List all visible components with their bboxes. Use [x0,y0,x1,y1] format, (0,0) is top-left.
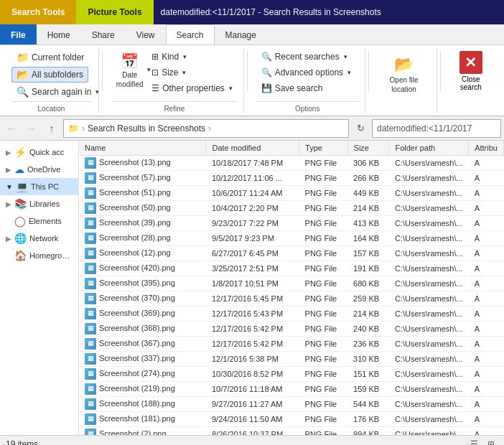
tab-file[interactable]: File [0,24,37,44]
tab-manage[interactable]: Manage [215,24,267,44]
file-name-cell: 🖼Screenshot (28).png [79,231,206,246]
search-again-icon: 🔍 [17,86,29,98]
search-again-button[interactable]: 🔍 Search again in ▾ [11,84,104,100]
file-date-cell: 12/17/2016 5:45 PM [206,291,299,306]
divider3 [368,51,369,91]
table-row[interactable]: 🖼Screenshot (57).png 10/12/2017 11:06 ..… [79,171,504,186]
table-row[interactable]: 🖼Screenshot (420).png 3/25/2017 2:51 PM … [79,261,504,276]
file-size-cell: 994 KB [347,427,389,436]
table-row[interactable]: 🖼Screenshot (367).png 12/17/2016 5:42 PM… [79,337,504,352]
search-box[interactable]: datemodified:<11/1/2017 [372,119,501,138]
recent-searches-button[interactable]: 🔍 Recent searches ▾ [256,50,353,64]
file-type-cell: PNG File [299,291,347,306]
file-size-cell: 236 KB [347,337,389,352]
onedrive-icon: ☁ [14,164,24,175]
breadcrumb[interactable]: 📁 › Search Results in Screenshots › [63,119,349,138]
close-search-x-icon: ✕ [459,51,482,74]
open-file-location-button[interactable]: 📂 Open file location [377,51,430,98]
save-search-button[interactable]: 💾 Save search [256,81,328,95]
table-row[interactable]: 🖼Screenshot (13).png 10/18/2017 7:48 PM … [79,156,504,171]
table-row[interactable]: 🖼Screenshot (51).png 10/6/2017 11:24 AM … [79,186,504,201]
sidebar-item-network[interactable]: ▶ 🌐 Network [0,230,78,247]
table-row[interactable]: 🖼Screenshot (188).png 9/27/2016 11:27 AM… [79,397,504,412]
size-button[interactable]: ⊡ Size ▾ [146,65,238,80]
file-attr-cell: A [469,306,504,322]
column-headers: Name Date modified Type Size Folder path… [79,141,504,156]
table-row[interactable]: 🖼Screenshot (50).png 10/4/2017 2:20 PM P… [79,201,504,216]
file-path-cell: C:\Users\ramesh\... [389,382,469,397]
refresh-button[interactable]: ↻ [352,120,369,137]
file-type-cell: PNG File [299,337,347,352]
file-date-cell: 8/26/2016 10:37 PM [206,427,299,436]
kind-button[interactable]: ⊞ Kind ▾ [146,50,238,64]
col-header-size[interactable]: Size [347,141,389,156]
sidebar-item-elements[interactable]: ▶ ◯ Elements [0,212,78,230]
sidebar-item-onedrive[interactable]: ▶ ☁ OneDrive [0,161,78,178]
file-attr-cell: A [469,186,504,201]
col-header-attr[interactable]: Attribu [469,141,504,156]
file-attr-cell: A [469,231,504,246]
tab-search[interactable]: Search [166,24,215,44]
file-icon: 🖼 [85,233,96,244]
table-row[interactable]: 🖼Screenshot (39).png 9/23/2017 7:22 PM P… [79,216,504,231]
file-size-cell: 240 KB [347,322,389,337]
table-row[interactable]: 🖼Screenshot (181).png 9/24/2016 11:50 AM… [79,412,504,427]
file-path-cell: C:\Users\ramesh\... [389,201,469,216]
current-folder-button[interactable]: 📁 Current folder [11,50,89,65]
sidebar-item-libraries[interactable]: ▶ 📚 Libraries [0,195,78,212]
table-row[interactable]: 🖼Screenshot (274).png 10/30/2016 8:52 PM… [79,367,504,382]
col-header-date[interactable]: Date modified [206,141,299,156]
file-path-cell: C:\Users\ramesh\... [389,322,469,337]
file-date-cell: 12/1/2016 5:38 PM [206,352,299,367]
close-search-button[interactable]: ✕ Close search [449,48,493,94]
advanced-options-button[interactable]: 🔍 Advanced options ▾ [256,65,356,80]
table-row[interactable]: 🖼Screenshot (337).png 12/1/2016 5:38 PM … [79,352,504,367]
file-size-cell: 310 KB [347,352,389,367]
network-icon: 🌐 [14,233,27,244]
file-date-cell: 3/25/2017 2:51 PM [206,261,299,276]
file-name-cell: 🖼Screenshot (274).png [79,367,206,382]
col-header-path[interactable]: Folder path [389,141,469,156]
ribbon-refine-section: 📅 Date modified ▾ ⊞ Kind ▾ ⊡ Size ▾ ☰ [106,48,244,113]
file-size-cell: 259 KB [347,291,389,306]
back-button[interactable]: ← [3,120,20,137]
up-button[interactable]: ↑ [43,120,60,137]
sidebar-item-homegroup[interactable]: ▶ 🏠 Homegro… [0,247,78,264]
sidebar-item-thispc[interactable]: ▼ 💻 This PC [0,178,78,195]
file-size-cell: 413 KB [347,216,389,231]
table-row[interactable]: 🖼Screenshot (368).png 12/17/2016 5:42 PM… [79,322,504,337]
details-view-button[interactable]: ☰ [467,437,481,446]
picture-tools-tab[interactable]: Picture Tools [76,0,153,24]
sidebar-label-libraries: Libraries [29,200,73,208]
file-name-cell: 🖼Screenshot (57).png [79,171,206,186]
sidebar-item-quickaccess[interactable]: ▶ ⚡ Quick acc [0,144,78,161]
table-row[interactable]: 🖼Screenshot (395).png 1/8/2017 10:51 PM … [79,276,504,291]
table-row[interactable]: 🖼Screenshot (370).png 12/17/2016 5:45 PM… [79,291,504,306]
address-bar: ← → ↑ 📁 › Search Results in Screenshots … [0,116,504,141]
col-header-name[interactable]: Name [79,141,206,156]
table-row[interactable]: 🖼Screenshot (2).png 8/26/2016 10:37 PM P… [79,427,504,436]
table-row[interactable]: 🖼Screenshot (369).png 12/17/2016 5:43 PM… [79,306,504,322]
forward-button[interactable]: → [23,120,40,137]
col-header-type[interactable]: Type [299,141,347,156]
date-modified-button[interactable]: 📅 Date modified ▾ [111,48,144,93]
sidebar-label-homegroup: Homegro… [29,251,73,260]
recent-searches-dropdown-arrow: ▾ [344,53,347,60]
expand-icon: ▶ [6,149,11,156]
file-type-cell: PNG File [299,427,347,436]
file-path-cell: C:\Users\ramesh\... [389,156,469,171]
all-subfolders-button[interactable]: 📂 All subfolders [11,67,88,83]
subfolders-icon: 📂 [17,69,29,80]
file-name-cell: 🖼Screenshot (368).png [79,322,206,337]
table-row[interactable]: 🖼Screenshot (219).png 10/7/2016 11:18 AM… [79,382,504,397]
table-row[interactable]: 🖼Screenshot (12).png 6/27/2017 6:45 PM P… [79,246,504,261]
search-tools-tab[interactable]: Search Tools [0,0,76,24]
expand-icon: ▼ [6,183,13,191]
table-row[interactable]: 🖼Screenshot (28).png 9/5/2017 9:23 PM PN… [79,231,504,246]
file-icon: 🖼 [85,278,96,289]
tab-view[interactable]: View [126,24,166,44]
other-properties-button[interactable]: ☰ Other properties ▾ [146,81,238,95]
tab-home[interactable]: Home [37,24,81,44]
tab-share[interactable]: Share [81,24,126,44]
large-icons-view-button[interactable]: ⊞ [484,437,498,446]
